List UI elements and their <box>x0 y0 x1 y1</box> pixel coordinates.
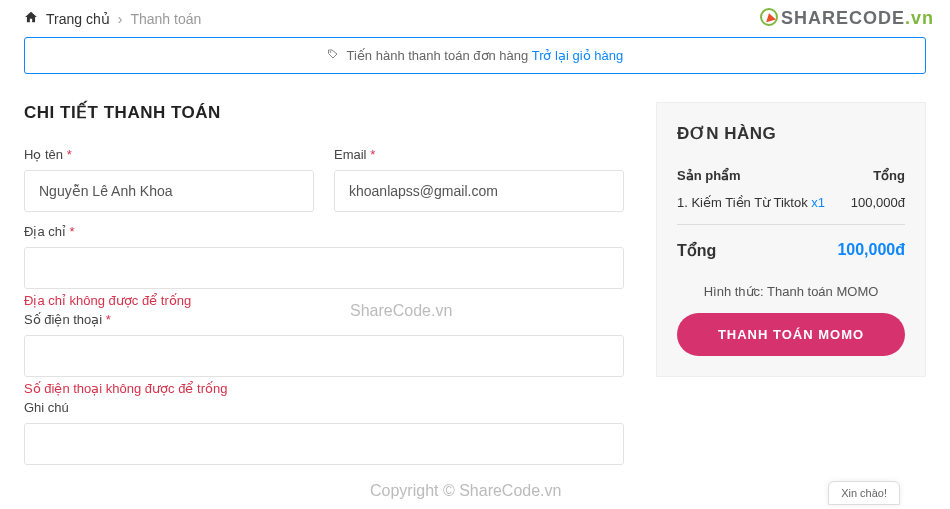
total-label: Tổng <box>677 241 716 260</box>
name-input[interactable] <box>24 170 314 212</box>
pay-momo-button[interactable]: THANH TOÁN MOMO <box>677 313 905 356</box>
address-input[interactable] <box>24 247 624 289</box>
order-title: ĐƠN HÀNG <box>677 123 905 144</box>
chat-widget[interactable]: Xin chào! <box>828 481 900 505</box>
checkout-alert: Tiến hành thanh toán đơn hàng Trở lại gi… <box>24 37 926 74</box>
billing-details: CHI TIẾT THANH TOÁN Họ tên * Email * Địa… <box>24 102 624 465</box>
breadcrumb-home[interactable]: Trang chủ <box>46 11 110 27</box>
name-label: Họ tên * <box>24 147 314 162</box>
billing-title: CHI TIẾT THANH TOÁN <box>24 102 624 123</box>
order-item: 1. Kiếm Tiền Từ Tiktok x1 100,000đ <box>677 189 905 216</box>
email-input[interactable] <box>334 170 624 212</box>
order-summary: ĐƠN HÀNG Sản phẩm Tổng 1. Kiếm Tiền Từ T… <box>656 102 926 377</box>
item-price: 100,000đ <box>851 195 905 210</box>
email-label: Email * <box>334 147 624 162</box>
logo-icon <box>760 8 778 26</box>
phone-error: Số điện thoại không được để trống <box>24 381 624 396</box>
col-product: Sản phẩm <box>677 168 741 183</box>
item-name: 1. Kiếm Tiền Từ Tiktok <box>677 195 808 210</box>
phone-input[interactable] <box>24 335 624 377</box>
chevron-right-icon: › <box>118 11 123 27</box>
site-logo: SHARECODE.vn <box>760 6 934 29</box>
payment-method: Hình thức: Thanh toán MOMO <box>677 284 905 299</box>
watermark-copyright: Copyright © ShareCode.vn <box>370 482 561 500</box>
note-label: Ghi chú <box>24 400 624 415</box>
note-input[interactable] <box>24 423 624 465</box>
address-label: Địa chỉ * <box>24 224 624 239</box>
home-icon <box>24 10 38 27</box>
total-amount: 100,000đ <box>837 241 905 260</box>
logo-brand: SHARECODE <box>781 8 905 28</box>
tag-icon <box>327 48 343 63</box>
breadcrumb-current: Thanh toán <box>130 11 201 27</box>
alert-text: Tiến hành thanh toán đơn hàng <box>347 48 529 63</box>
divider <box>677 224 905 225</box>
col-total: Tổng <box>873 168 905 183</box>
back-to-cart-link[interactable]: Trở lại giỏ hàng <box>532 48 623 63</box>
item-qty: x1 <box>811 195 825 210</box>
phone-label: Số điện thoại * <box>24 312 624 327</box>
svg-point-0 <box>330 52 331 53</box>
logo-tld: .vn <box>905 8 934 28</box>
address-error: Địa chỉ không được để trống <box>24 293 624 308</box>
